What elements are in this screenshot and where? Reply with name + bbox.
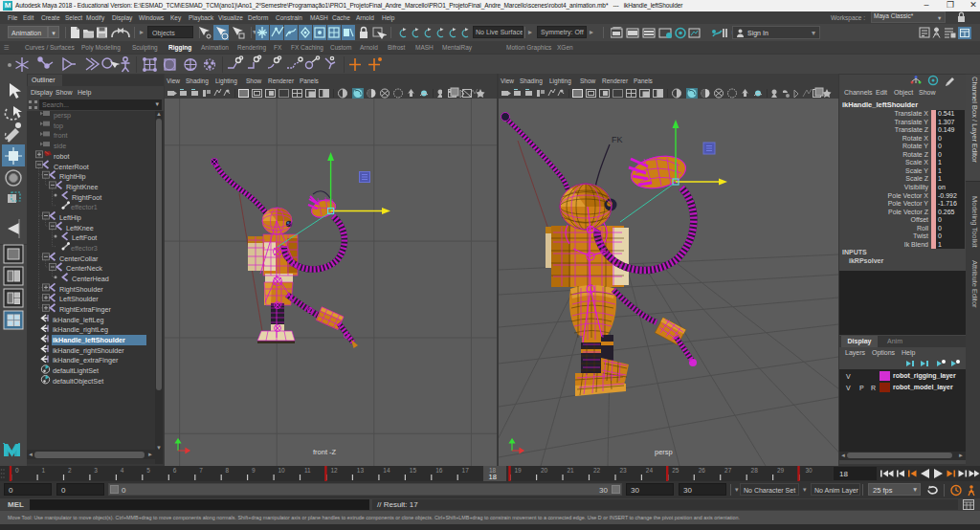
svg-text:22: 22: [593, 467, 601, 474]
svg-text:18: 18: [839, 470, 848, 478]
svg-text:24: 24: [646, 467, 654, 474]
svg-text:5: 5: [146, 467, 150, 474]
svg-text:30: 30: [806, 467, 813, 474]
svg-text:26: 26: [699, 467, 706, 474]
svg-text:15: 15: [410, 467, 417, 474]
svg-text:1: 1: [42, 467, 46, 474]
svg-text:17: 17: [462, 467, 470, 474]
svg-text:0: 0: [15, 467, 19, 474]
svg-text:front -Z: front -Z: [313, 448, 337, 456]
svg-text:6: 6: [173, 467, 177, 474]
svg-text:29: 29: [777, 467, 785, 474]
svg-text:13: 13: [357, 467, 365, 474]
svg-text:23: 23: [619, 467, 627, 474]
svg-text:19: 19: [515, 467, 523, 474]
svg-text:16: 16: [435, 467, 443, 474]
svg-text:12: 12: [330, 467, 338, 474]
svg-text:18: 18: [489, 473, 497, 481]
svg-text:20: 20: [541, 467, 548, 474]
svg-text:4: 4: [121, 467, 124, 474]
svg-text:28: 28: [751, 467, 759, 474]
svg-text:21: 21: [567, 467, 574, 474]
svg-text:9: 9: [252, 467, 256, 474]
svg-text:10: 10: [278, 467, 286, 474]
svg-text:persp: persp: [655, 448, 673, 456]
svg-text:14: 14: [383, 467, 390, 474]
svg-text:3: 3: [94, 467, 98, 474]
svg-text:7: 7: [199, 467, 203, 474]
svg-text:25: 25: [672, 467, 679, 474]
svg-text:27: 27: [724, 467, 732, 474]
svg-text:FK: FK: [612, 135, 623, 144]
svg-text:11: 11: [304, 467, 311, 474]
svg-text:8: 8: [226, 467, 230, 474]
svg-text:2: 2: [68, 467, 72, 474]
